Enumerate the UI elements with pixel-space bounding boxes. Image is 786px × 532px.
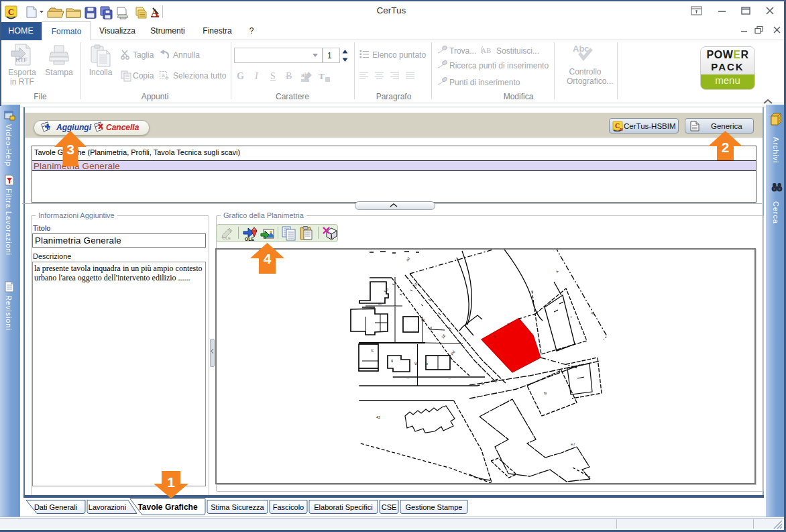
svg-text:CSE: CSE xyxy=(382,503,397,511)
svg-text:Fascicolo: Fascicolo xyxy=(273,503,304,511)
svg-text:+: + xyxy=(570,315,572,319)
svg-text:...: ... xyxy=(406,376,410,380)
svg-text:W: W xyxy=(421,318,425,322)
svg-text:Tavole Grafiche: Tavole Grafiche xyxy=(137,502,197,512)
svg-text:e,r: e,r xyxy=(571,442,575,446)
svg-text:42: 42 xyxy=(376,415,380,419)
svg-text:Rd: Rd xyxy=(450,350,456,356)
svg-text:Gestione Stampe: Gestione Stampe xyxy=(406,503,463,511)
svg-text:a: a xyxy=(555,269,559,274)
svg-text:ad: ad xyxy=(405,256,410,262)
svg-text:...: ... xyxy=(448,376,451,380)
svg-text:tb: tb xyxy=(378,302,382,306)
svg-text:OLE: OLE xyxy=(223,236,231,240)
svg-text:a: a xyxy=(162,72,165,78)
svg-text:tc: tc xyxy=(371,348,374,352)
svg-text:g: g xyxy=(391,358,393,362)
svg-text:W: W xyxy=(414,362,418,366)
svg-text:o: o xyxy=(430,325,432,329)
svg-text:Lavorazioni: Lavorazioni xyxy=(89,503,126,511)
svg-text:OLE: OLE xyxy=(245,237,255,242)
svg-text:Dati Generali: Dati Generali xyxy=(34,503,77,511)
svg-text:6i: 6i xyxy=(544,391,547,395)
svg-text:BIM: BIM xyxy=(620,128,623,131)
svg-text:x: x xyxy=(507,322,509,326)
svg-text:Stima Sicurezza: Stima Sicurezza xyxy=(211,503,264,511)
svg-text:T: T xyxy=(319,71,325,81)
svg-text:C: C xyxy=(8,7,14,17)
svg-text:RTF: RTF xyxy=(15,56,27,63)
svg-text:Elaborati Specifici: Elaborati Specifici xyxy=(314,503,372,511)
svg-text:18: 18 xyxy=(441,333,446,339)
svg-text:1.8: 1.8 xyxy=(383,287,389,294)
svg-text:o: o xyxy=(426,362,428,366)
